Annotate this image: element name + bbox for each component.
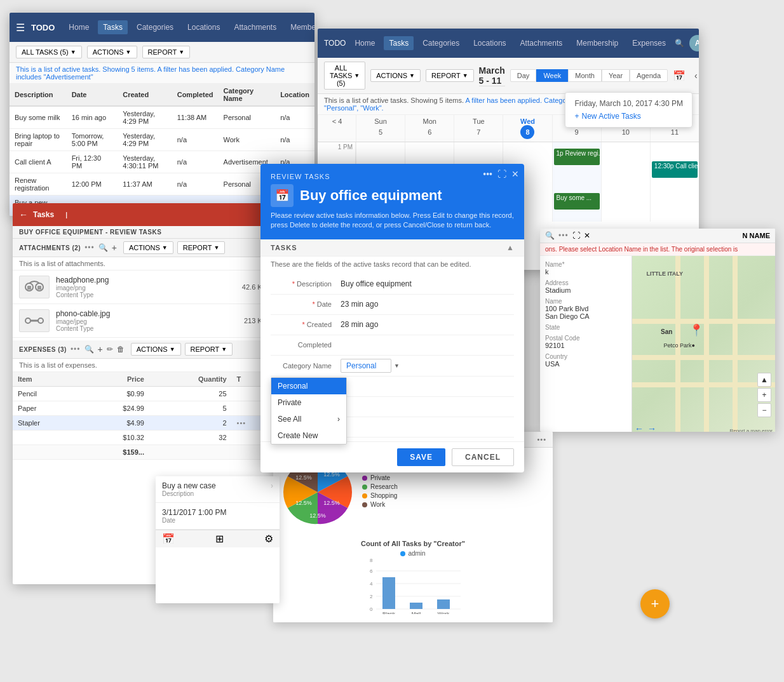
- expense-row[interactable]: $10.32 32: [13, 431, 273, 445]
- field-created: Created 28 min ago: [271, 315, 514, 335]
- cal-search-icon[interactable]: 🔍: [675, 39, 684, 48]
- map-zoom-out-btn[interactable]: −: [757, 403, 771, 417]
- view-week[interactable]: Week: [536, 69, 568, 82]
- attachment-item-cable[interactable]: phono-cable.jpg image/jpeg Content Type …: [13, 304, 273, 338]
- table-row[interactable]: Bring laptop to repair Tomorrow, 5:00 PM…: [10, 129, 314, 151]
- attachment-item-headphone[interactable]: headphone.png image/png Content Type 42.…: [13, 271, 273, 304]
- category-dropdown[interactable]: Personal ▼: [341, 359, 514, 373]
- cal-avatar[interactable]: A: [689, 35, 699, 51]
- all-tasks-btn[interactable]: ALL TASKS (5)▼: [16, 46, 82, 58]
- back-icon[interactable]: ←: [19, 210, 28, 220]
- cal-actions-btn[interactable]: ACTIONS▼: [370, 69, 421, 82]
- legend-research: Research: [362, 483, 402, 490]
- map-zoom-in-btn[interactable]: +: [757, 388, 771, 402]
- cal-tab-categories[interactable]: Categories: [417, 36, 464, 50]
- exp-search-icon[interactable]: 🔍: [84, 345, 94, 354]
- attachments-more-icon[interactable]: •••: [84, 243, 95, 252]
- bar-legend: admin: [361, 550, 465, 557]
- chart-more-icon[interactable]: •••: [537, 436, 546, 443]
- map-search-icon[interactable]: 🔍: [545, 231, 555, 240]
- dropdown-option-see-all[interactable]: See All ›: [271, 411, 346, 427]
- table-row[interactable]: Buy some milk 16 min ago Yesterday, 4:29…: [10, 106, 314, 129]
- cell-desc: Call client A: [10, 151, 67, 173]
- att-actions-btn[interactable]: ACTIONS▼: [123, 241, 173, 254]
- map-close-icon[interactable]: ✕: [584, 231, 590, 240]
- map-forward-icon[interactable]: →: [647, 424, 656, 432]
- cal-tab-expenses[interactable]: Expenses: [627, 36, 671, 50]
- category-dropdown-menu: Personal Private See All › Create New: [271, 377, 347, 445]
- view-month[interactable]: Month: [568, 69, 602, 82]
- cal-tab-tasks[interactable]: Tasks: [384, 36, 414, 50]
- exp-delete-icon[interactable]: 🗑: [117, 345, 125, 354]
- field-description: Description Buy office equipment: [271, 274, 514, 295]
- view-day[interactable]: Day: [510, 69, 537, 82]
- mobile-item-0[interactable]: › Buy a new case Description: [156, 476, 280, 503]
- exp-actions-btn[interactable]: ACTIONS▼: [131, 343, 181, 356]
- svg-rect-23: [410, 603, 422, 609]
- legend-shopping: Shopping: [362, 492, 402, 499]
- row-more-icon[interactable]: •••: [237, 419, 247, 427]
- map-back-icon[interactable]: ←: [635, 424, 644, 432]
- map-error-msg: ons. Please select Location Name in the …: [540, 243, 775, 256]
- mobile-settings-icon[interactable]: ⚙: [264, 533, 273, 545]
- exp-edit-icon[interactable]: ✏: [107, 345, 113, 354]
- field-completed-label: Completed: [271, 341, 341, 349]
- main-fab-button[interactable]: +: [640, 589, 670, 618]
- nav-tab-categories[interactable]: Categories: [132, 20, 179, 34]
- map-nav-controls: ← →: [635, 424, 656, 432]
- nav-tab-locations[interactable]: Locations: [182, 20, 225, 34]
- expense-row-selected[interactable]: Stapler $4.99 2 •••: [13, 416, 273, 431]
- cal-tab-membership[interactable]: Membership: [571, 36, 623, 50]
- cal-tab-attachments[interactable]: Attachments: [515, 36, 568, 50]
- cal-tab-locations[interactable]: Locations: [468, 36, 511, 50]
- mobile-grid-icon[interactable]: ⊞: [215, 533, 224, 545]
- att-report-btn[interactable]: REPORT▼: [177, 241, 226, 254]
- tooltip-add-btn[interactable]: + New Active Tasks: [574, 112, 683, 121]
- expense-row[interactable]: Pencil $0.99 25: [13, 387, 273, 401]
- cal-tab-home[interactable]: Home: [349, 36, 380, 50]
- cal-prev-btn[interactable]: ‹: [691, 69, 699, 82]
- dropdown-option-private[interactable]: Private: [271, 394, 346, 411]
- dropdown-option-create-new[interactable]: Create New: [271, 427, 346, 444]
- nav-tab-attachments[interactable]: Attachments: [229, 20, 281, 34]
- cal-event-review[interactable]: 1p Review regi...: [554, 149, 600, 165]
- exp-add-icon[interactable]: +: [98, 344, 103, 354]
- cal-event-buy-milk[interactable]: Buy some ...: [554, 193, 600, 210]
- mobile-item-arrow: ›: [271, 481, 273, 490]
- col-description: Description: [10, 84, 67, 106]
- svg-rect-22: [382, 577, 395, 609]
- expenses-table: Item Price Quantity T Pencil $0.99 25 Pa…: [13, 372, 273, 460]
- map-field-state: State: [545, 324, 626, 331]
- date-range: March 5 - 11: [479, 65, 505, 86]
- exp-report-btn[interactable]: REPORT▼: [185, 343, 233, 356]
- cal-all-tasks-btn[interactable]: ALL TASKS (5)▼: [324, 62, 365, 90]
- nav-tab-membership[interactable]: Membership: [285, 20, 314, 34]
- actions-btn[interactable]: ACTIONS▼: [87, 46, 137, 58]
- map-nav-arrow-icon[interactable]: ▲: [757, 373, 771, 387]
- nav-tab-tasks[interactable]: Tasks: [98, 20, 128, 34]
- cal-report-btn[interactable]: REPORT▼: [426, 69, 474, 82]
- dropdown-chevron-icon: ▼: [394, 363, 400, 369]
- hamburger-icon[interactable]: ☰: [16, 22, 25, 34]
- svg-rect-2: [27, 286, 31, 290]
- mobile-item-1[interactable]: 3/11/2017 1:00 PM Date: [156, 503, 280, 530]
- att-type-label: Content Type: [56, 291, 236, 298]
- expense-row[interactable]: Paper $24.99 5: [13, 401, 273, 416]
- modal-subtitle: REVIEW TASKS: [271, 173, 514, 180]
- att-search-icon[interactable]: 🔍: [98, 243, 108, 252]
- expenses-more-icon[interactable]: •••: [71, 345, 81, 354]
- view-agenda[interactable]: Agenda: [630, 69, 668, 82]
- mobile-calendar-icon[interactable]: 📅: [162, 533, 175, 545]
- calendar-icon[interactable]: 📅: [673, 70, 686, 82]
- nav-tab-home[interactable]: Home: [64, 20, 94, 34]
- modal-section-collapse-icon[interactable]: ▲: [506, 243, 514, 252]
- cancel-button[interactable]: CANCEL: [452, 448, 514, 466]
- report-btn[interactable]: REPORT▼: [142, 46, 191, 58]
- cal-event-call[interactable]: 12:30p Call clien...: [652, 161, 698, 178]
- save-button[interactable]: SAVE: [397, 448, 445, 466]
- dropdown-option-personal[interactable]: Personal: [271, 378, 346, 394]
- map-expand-icon[interactable]: ⛶: [572, 231, 580, 240]
- view-year[interactable]: Year: [602, 69, 630, 82]
- att-add-icon[interactable]: +: [112, 243, 117, 253]
- map-more-icon[interactable]: •••: [558, 231, 569, 240]
